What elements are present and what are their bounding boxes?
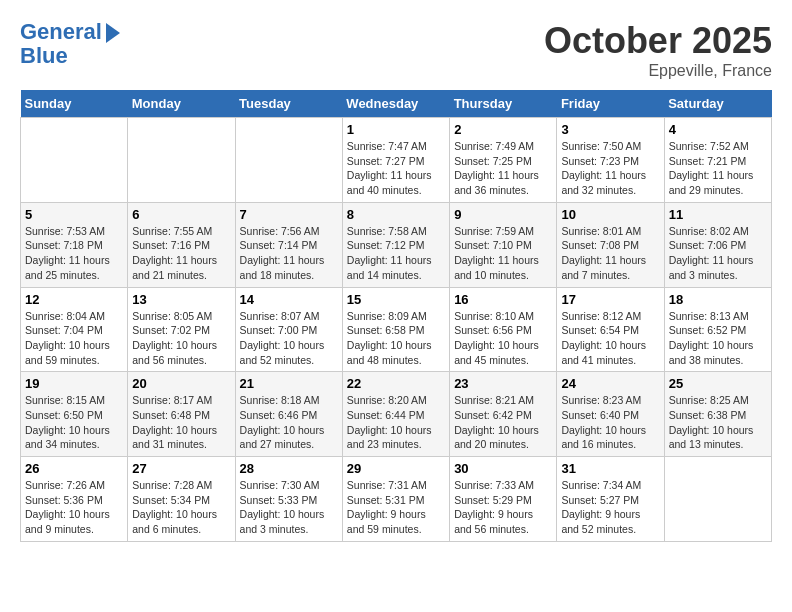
day-info: Sunrise: 8:04 AM Sunset: 7:04 PM Dayligh… <box>25 309 123 368</box>
day-number: 6 <box>132 207 230 222</box>
day-number: 10 <box>561 207 659 222</box>
day-number: 12 <box>25 292 123 307</box>
day-number: 31 <box>561 461 659 476</box>
week-row-2: 5Sunrise: 7:53 AM Sunset: 7:18 PM Daylig… <box>21 202 772 287</box>
col-header-thursday: Thursday <box>450 90 557 118</box>
day-number: 5 <box>25 207 123 222</box>
day-info: Sunrise: 7:52 AM Sunset: 7:21 PM Dayligh… <box>669 139 767 198</box>
day-number: 20 <box>132 376 230 391</box>
day-info: Sunrise: 7:50 AM Sunset: 7:23 PM Dayligh… <box>561 139 659 198</box>
day-number: 14 <box>240 292 338 307</box>
day-info: Sunrise: 7:47 AM Sunset: 7:27 PM Dayligh… <box>347 139 445 198</box>
calendar-cell: 19Sunrise: 8:15 AM Sunset: 6:50 PM Dayli… <box>21 372 128 457</box>
day-info: Sunrise: 8:12 AM Sunset: 6:54 PM Dayligh… <box>561 309 659 368</box>
day-number: 9 <box>454 207 552 222</box>
day-info: Sunrise: 8:01 AM Sunset: 7:08 PM Dayligh… <box>561 224 659 283</box>
day-number: 18 <box>669 292 767 307</box>
day-number: 17 <box>561 292 659 307</box>
calendar-cell: 25Sunrise: 8:25 AM Sunset: 6:38 PM Dayli… <box>664 372 771 457</box>
calendar-cell: 17Sunrise: 8:12 AM Sunset: 6:54 PM Dayli… <box>557 287 664 372</box>
day-info: Sunrise: 7:33 AM Sunset: 5:29 PM Dayligh… <box>454 478 552 537</box>
day-info: Sunrise: 8:25 AM Sunset: 6:38 PM Dayligh… <box>669 393 767 452</box>
calendar-cell: 11Sunrise: 8:02 AM Sunset: 7:06 PM Dayli… <box>664 202 771 287</box>
calendar-table: SundayMondayTuesdayWednesdayThursdayFrid… <box>20 90 772 542</box>
location: Eppeville, France <box>544 62 772 80</box>
day-info: Sunrise: 7:55 AM Sunset: 7:16 PM Dayligh… <box>132 224 230 283</box>
calendar-cell: 20Sunrise: 8:17 AM Sunset: 6:48 PM Dayli… <box>128 372 235 457</box>
day-info: Sunrise: 7:59 AM Sunset: 7:10 PM Dayligh… <box>454 224 552 283</box>
day-info: Sunrise: 7:30 AM Sunset: 5:33 PM Dayligh… <box>240 478 338 537</box>
day-number: 30 <box>454 461 552 476</box>
day-number: 15 <box>347 292 445 307</box>
calendar-cell: 7Sunrise: 7:56 AM Sunset: 7:14 PM Daylig… <box>235 202 342 287</box>
calendar-cell: 26Sunrise: 7:26 AM Sunset: 5:36 PM Dayli… <box>21 457 128 542</box>
col-header-monday: Monday <box>128 90 235 118</box>
logo: General Blue <box>20 20 120 68</box>
calendar-cell: 1Sunrise: 7:47 AM Sunset: 7:27 PM Daylig… <box>342 118 449 203</box>
calendar-cell: 21Sunrise: 8:18 AM Sunset: 6:46 PM Dayli… <box>235 372 342 457</box>
calendar-cell: 12Sunrise: 8:04 AM Sunset: 7:04 PM Dayli… <box>21 287 128 372</box>
day-number: 26 <box>25 461 123 476</box>
title-block: October 2025 Eppeville, France <box>544 20 772 80</box>
logo-general: General <box>20 19 102 44</box>
calendar-cell: 15Sunrise: 8:09 AM Sunset: 6:58 PM Dayli… <box>342 287 449 372</box>
day-number: 19 <box>25 376 123 391</box>
calendar-cell: 23Sunrise: 8:21 AM Sunset: 6:42 PM Dayli… <box>450 372 557 457</box>
calendar-cell: 8Sunrise: 7:58 AM Sunset: 7:12 PM Daylig… <box>342 202 449 287</box>
day-number: 27 <box>132 461 230 476</box>
day-number: 25 <box>669 376 767 391</box>
day-number: 23 <box>454 376 552 391</box>
day-info: Sunrise: 8:20 AM Sunset: 6:44 PM Dayligh… <box>347 393 445 452</box>
calendar-cell <box>235 118 342 203</box>
calendar-cell: 29Sunrise: 7:31 AM Sunset: 5:31 PM Dayli… <box>342 457 449 542</box>
col-header-saturday: Saturday <box>664 90 771 118</box>
day-info: Sunrise: 8:02 AM Sunset: 7:06 PM Dayligh… <box>669 224 767 283</box>
col-header-tuesday: Tuesday <box>235 90 342 118</box>
day-info: Sunrise: 7:58 AM Sunset: 7:12 PM Dayligh… <box>347 224 445 283</box>
calendar-cell: 16Sunrise: 8:10 AM Sunset: 6:56 PM Dayli… <box>450 287 557 372</box>
header-row: SundayMondayTuesdayWednesdayThursdayFrid… <box>21 90 772 118</box>
month-title: October 2025 <box>544 20 772 62</box>
calendar-cell: 13Sunrise: 8:05 AM Sunset: 7:02 PM Dayli… <box>128 287 235 372</box>
week-row-3: 12Sunrise: 8:04 AM Sunset: 7:04 PM Dayli… <box>21 287 772 372</box>
day-number: 29 <box>347 461 445 476</box>
calendar-cell: 27Sunrise: 7:28 AM Sunset: 5:34 PM Dayli… <box>128 457 235 542</box>
day-info: Sunrise: 8:07 AM Sunset: 7:00 PM Dayligh… <box>240 309 338 368</box>
page-header: General Blue October 2025 Eppeville, Fra… <box>20 20 772 80</box>
day-info: Sunrise: 8:10 AM Sunset: 6:56 PM Dayligh… <box>454 309 552 368</box>
week-row-5: 26Sunrise: 7:26 AM Sunset: 5:36 PM Dayli… <box>21 457 772 542</box>
day-number: 11 <box>669 207 767 222</box>
calendar-cell: 10Sunrise: 8:01 AM Sunset: 7:08 PM Dayli… <box>557 202 664 287</box>
calendar-cell: 28Sunrise: 7:30 AM Sunset: 5:33 PM Dayli… <box>235 457 342 542</box>
calendar-cell: 5Sunrise: 7:53 AM Sunset: 7:18 PM Daylig… <box>21 202 128 287</box>
logo-arrow-icon <box>106 23 120 43</box>
day-info: Sunrise: 7:49 AM Sunset: 7:25 PM Dayligh… <box>454 139 552 198</box>
day-number: 3 <box>561 122 659 137</box>
day-number: 28 <box>240 461 338 476</box>
day-info: Sunrise: 8:13 AM Sunset: 6:52 PM Dayligh… <box>669 309 767 368</box>
calendar-cell: 18Sunrise: 8:13 AM Sunset: 6:52 PM Dayli… <box>664 287 771 372</box>
calendar-cell <box>21 118 128 203</box>
day-number: 7 <box>240 207 338 222</box>
day-number: 16 <box>454 292 552 307</box>
calendar-cell: 9Sunrise: 7:59 AM Sunset: 7:10 PM Daylig… <box>450 202 557 287</box>
day-number: 2 <box>454 122 552 137</box>
calendar-cell: 24Sunrise: 8:23 AM Sunset: 6:40 PM Dayli… <box>557 372 664 457</box>
day-info: Sunrise: 8:21 AM Sunset: 6:42 PM Dayligh… <box>454 393 552 452</box>
calendar-cell: 31Sunrise: 7:34 AM Sunset: 5:27 PM Dayli… <box>557 457 664 542</box>
day-number: 13 <box>132 292 230 307</box>
calendar-cell: 14Sunrise: 8:07 AM Sunset: 7:00 PM Dayli… <box>235 287 342 372</box>
week-row-1: 1Sunrise: 7:47 AM Sunset: 7:27 PM Daylig… <box>21 118 772 203</box>
day-info: Sunrise: 7:31 AM Sunset: 5:31 PM Dayligh… <box>347 478 445 537</box>
week-row-4: 19Sunrise: 8:15 AM Sunset: 6:50 PM Dayli… <box>21 372 772 457</box>
day-number: 8 <box>347 207 445 222</box>
col-header-friday: Friday <box>557 90 664 118</box>
day-info: Sunrise: 7:28 AM Sunset: 5:34 PM Dayligh… <box>132 478 230 537</box>
day-number: 1 <box>347 122 445 137</box>
day-info: Sunrise: 7:56 AM Sunset: 7:14 PM Dayligh… <box>240 224 338 283</box>
calendar-cell: 2Sunrise: 7:49 AM Sunset: 7:25 PM Daylig… <box>450 118 557 203</box>
col-header-sunday: Sunday <box>21 90 128 118</box>
calendar-cell: 30Sunrise: 7:33 AM Sunset: 5:29 PM Dayli… <box>450 457 557 542</box>
day-number: 24 <box>561 376 659 391</box>
day-number: 4 <box>669 122 767 137</box>
